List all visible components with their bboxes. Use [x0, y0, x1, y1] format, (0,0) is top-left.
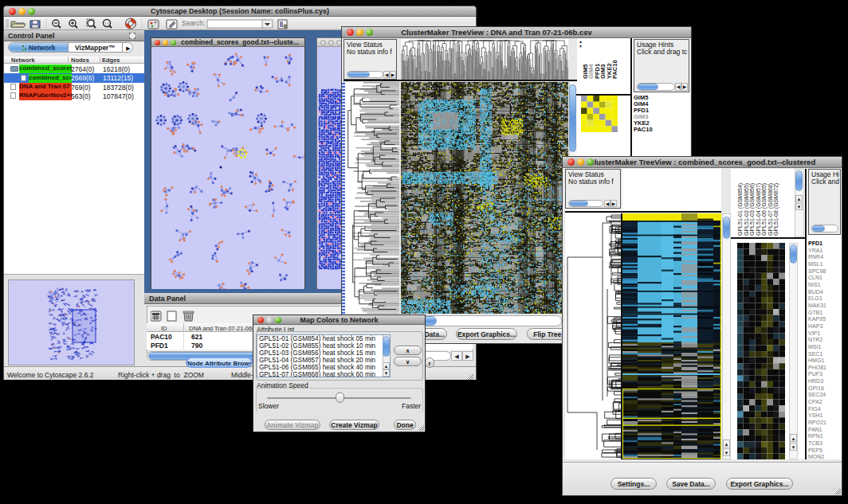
svg-text:Search:: Search:	[182, 19, 205, 27]
svg-text:1:1: 1:1	[104, 21, 109, 25]
